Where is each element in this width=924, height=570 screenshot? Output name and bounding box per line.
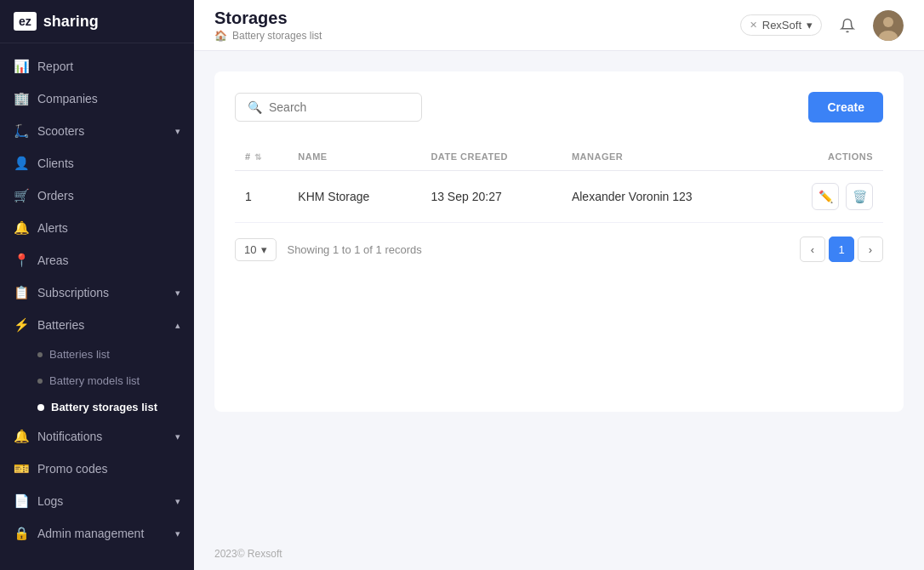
sidebar-item-notifications[interactable]: 🔔 Notifications ▾ <box>0 420 194 453</box>
sidebar-item-label: Clients <box>37 157 74 170</box>
sidebar-nav: 📊 Report 🏢 Companies 🛴 Scooters ▾ 👤 Clie… <box>0 43 194 570</box>
sidebar-item-label: Notifications <box>37 430 102 443</box>
chevron-down-icon: ▾ <box>175 528 180 539</box>
sidebar-item-alerts[interactable]: 🔔 Alerts <box>0 212 194 244</box>
sidebar: ez sharing 📊 Report 🏢 Companies 🛴 Scoote… <box>0 0 194 570</box>
cell-manager: Alexander Voronin 123 <box>562 171 765 223</box>
sidebar-item-areas[interactable]: 📍 Areas <box>0 244 194 276</box>
edit-button[interactable]: ✏️ <box>812 183 839 210</box>
content-area: 🔍 Create # ⇅ <box>194 51 924 538</box>
breadcrumb-home-icon: 🏠 <box>214 30 227 42</box>
alerts-icon: 🔔 <box>14 220 29 236</box>
page-nav: ‹ 1 › <box>800 237 883 262</box>
prev-page-button[interactable]: ‹ <box>800 237 825 262</box>
logs-icon: 📄 <box>14 493 29 509</box>
page-title: Storages <box>214 9 322 28</box>
col-header-actions: ACTIONS <box>765 143 883 171</box>
sidebar-item-label: Companies <box>37 92 98 105</box>
batteries-submenu: Batteries list Battery models list Batte… <box>0 341 194 420</box>
admin-icon: 🔒 <box>14 526 29 541</box>
cell-actions: ✏️ 🗑️ <box>765 171 883 223</box>
col-header-manager: MANAGER <box>562 143 765 171</box>
clients-icon: 👤 <box>14 156 29 171</box>
data-table: # ⇅ NAME DATE CREATED MANAGER ACTIONS 1 <box>235 143 883 223</box>
tenant-chevron-icon: ▾ <box>807 19 813 31</box>
cell-num: 1 <box>235 171 288 223</box>
chevron-down-icon: ▾ <box>175 288 180 299</box>
delete-button[interactable]: 🗑️ <box>846 183 873 210</box>
col-header-num: # ⇅ <box>235 143 288 171</box>
promo-codes-icon: 🎫 <box>14 461 29 476</box>
sidebar-item-scooters[interactable]: 🛴 Scooters ▾ <box>0 115 194 147</box>
companies-icon: 🏢 <box>14 91 29 106</box>
report-icon: 📊 <box>14 59 29 74</box>
page-size-chevron-icon: ▾ <box>261 243 267 256</box>
avatar[interactable] <box>873 10 904 41</box>
breadcrumb: 🏠 Battery storages list <box>214 30 322 42</box>
sidebar-item-label: Subscriptions <box>37 286 109 299</box>
page-1-button[interactable]: 1 <box>829 237 854 262</box>
submenu-label: Batteries list <box>49 348 110 361</box>
sidebar-item-clients[interactable]: 👤 Clients <box>0 147 194 180</box>
chevron-down-icon: ▾ <box>175 431 180 442</box>
active-bullet-icon <box>37 404 44 411</box>
toolbar: 🔍 Create <box>235 92 883 123</box>
sidebar-item-label: Report <box>37 60 73 73</box>
submenu-label: Battery storages list <box>51 401 157 413</box>
sidebar-logo: ez sharing <box>0 0 194 43</box>
col-header-name: NAME <box>288 143 420 171</box>
submenu-item-battery-models-list[interactable]: Battery models list <box>0 368 194 394</box>
notifications-button[interactable] <box>832 10 863 41</box>
sidebar-item-companies[interactable]: 🏢 Companies <box>0 83 194 115</box>
subscriptions-icon: 📋 <box>14 285 29 300</box>
logo-text: sharing <box>43 13 99 31</box>
page-size-select[interactable]: 10 ▾ <box>235 238 277 261</box>
sidebar-item-label: Areas <box>37 254 69 267</box>
footer: 2023© Rexsoft <box>194 538 924 570</box>
sidebar-item-logs[interactable]: 📄 Logs ▾ <box>0 485 194 517</box>
sort-icon[interactable]: ⇅ <box>254 152 262 162</box>
sidebar-item-label: Promo codes <box>37 462 107 476</box>
orders-icon: 🛒 <box>14 188 29 203</box>
content-card: 🔍 Create # ⇅ <box>214 71 904 412</box>
create-button[interactable]: Create <box>808 92 883 123</box>
table-row: 1 KHM Storage 13 Sep 20:27 Alexander Vor… <box>235 171 883 223</box>
bullet-icon <box>37 352 43 357</box>
notifications-icon: 🔔 <box>14 429 29 444</box>
col-header-date: DATE CREATED <box>420 143 562 171</box>
sidebar-item-promo-codes[interactable]: 🎫 Promo codes <box>0 453 194 485</box>
search-icon: 🔍 <box>248 100 262 114</box>
sidebar-item-label: Scooters <box>37 124 84 138</box>
chevron-up-icon: ▴ <box>175 320 180 331</box>
sidebar-item-label: Orders <box>37 189 74 202</box>
sidebar-item-subscriptions[interactable]: 📋 Subscriptions ▾ <box>0 276 194 309</box>
topbar-right: ✕ RexSoft ▾ <box>740 10 904 41</box>
main-content: Storages 🏠 Battery storages list ✕ RexSo… <box>194 0 924 570</box>
submenu-item-battery-storages-list[interactable]: Battery storages list <box>0 394 194 420</box>
sidebar-item-batteries[interactable]: ⚡ Batteries ▴ <box>0 309 194 341</box>
sidebar-item-admin-management[interactable]: 🔒 Admin management ▾ <box>0 517 194 550</box>
search-box: 🔍 <box>235 93 422 122</box>
footer-text: 2023© Rexsoft <box>214 548 282 560</box>
logo-box: ez <box>14 12 37 31</box>
submenu-item-batteries-list[interactable]: Batteries list <box>0 341 194 368</box>
next-page-button[interactable]: › <box>858 237 883 262</box>
cell-date: 13 Sep 20:27 <box>420 171 562 223</box>
tenant-name: RexSoft <box>762 19 801 31</box>
sidebar-item-label: Alerts <box>37 221 68 235</box>
sidebar-item-report[interactable]: 📊 Report <box>0 50 194 83</box>
page-size-value: 10 <box>244 243 256 256</box>
breadcrumb-text: Battery storages list <box>232 30 322 42</box>
cell-name: KHM Storage <box>288 171 420 223</box>
chevron-down-icon: ▾ <box>175 126 180 137</box>
svg-point-1 <box>883 17 893 27</box>
tenant-remove-icon[interactable]: ✕ <box>750 20 757 31</box>
batteries-icon: ⚡ <box>14 317 29 333</box>
pagination-info: Showing 1 to 1 of 1 records <box>287 243 790 256</box>
scooters-icon: 🛴 <box>14 123 29 139</box>
tenant-selector[interactable]: ✕ RexSoft ▾ <box>740 14 822 36</box>
sidebar-item-orders[interactable]: 🛒 Orders <box>0 180 194 212</box>
chevron-down-icon: ▾ <box>175 496 180 507</box>
topbar-left: Storages 🏠 Battery storages list <box>214 9 322 42</box>
search-input[interactable] <box>269 100 409 114</box>
